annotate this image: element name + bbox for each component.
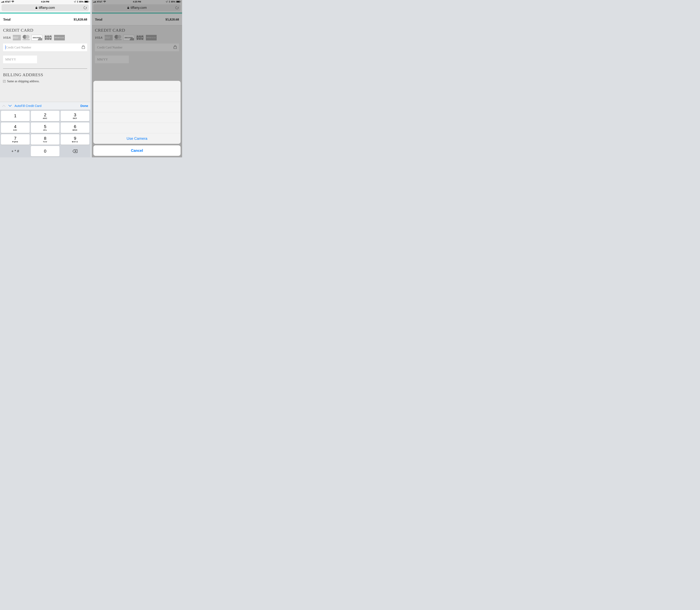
amex-logo: AMERICAN EXPRESS: [13, 35, 21, 41]
credit-card-section: CREDIT CARD VISA AMERICAN EXPRESS master…: [92, 25, 182, 68]
autofill-credit-card-button[interactable]: AutoFill Credit Card: [15, 104, 42, 108]
reload-icon[interactable]: [175, 6, 179, 10]
key-6[interactable]: 6MNO: [61, 123, 89, 133]
status-bar: AT&T 4:24 PM 85%: [0, 0, 90, 3]
mastercard-logo: mastercard: [114, 35, 122, 41]
phone-left: AT&T 4:24 PM 85% tiffany.com: [0, 0, 90, 157]
expiry-placeholder: MM/YY: [97, 58, 108, 61]
bluetooth-icon: [77, 1, 78, 3]
key-9[interactable]: 9WXYZ: [61, 134, 89, 145]
brand-accent-bar: [92, 13, 182, 14]
use-camera-button[interactable]: Use Camera: [93, 133, 180, 144]
action-sheet-row-blank[interactable]: [93, 123, 180, 133]
text-caret: [5, 45, 5, 49]
checkbox-checked-icon[interactable]: ✓: [3, 80, 5, 82]
url-domain: tiffany.com: [130, 6, 147, 10]
safari-url-bar: tiffany.com: [0, 3, 90, 13]
webpage: Total $5,828.68 CREDIT CARD VISA AMERICA…: [0, 13, 90, 102]
reload-icon[interactable]: [83, 6, 87, 10]
credit-card-heading: CREDIT CARD: [3, 28, 87, 33]
tiffany-card-logo: TIFFANY & CO.: [146, 35, 157, 41]
expiry-placeholder: MM/YY: [5, 58, 16, 61]
carrier-label: AT&T: [5, 0, 11, 3]
action-sheet-row-blank[interactable]: [93, 81, 180, 91]
svg-rect-0: [36, 7, 37, 9]
key-5[interactable]: 5JKL: [31, 123, 60, 133]
same-as-shipping-row[interactable]: ✓ Same as shipping address.: [0, 79, 90, 86]
keyboard-accessory-bar: AutoFill Credit Card Done: [0, 102, 90, 110]
battery-percent: 85%: [79, 0, 83, 3]
prev-field-button: [2, 105, 5, 107]
lock-icon: [127, 6, 129, 9]
visa-logo: VISA: [95, 35, 103, 41]
key-8[interactable]: 8TUV: [31, 134, 60, 145]
action-sheet-row-blank[interactable]: [93, 91, 180, 102]
carrier-label: AT&T: [97, 0, 102, 3]
expiry-input[interactable]: MM/YY: [95, 55, 129, 63]
total-value: $5,828.68: [74, 17, 87, 21]
card-number-input[interactable]: Credit Card Number: [95, 44, 179, 51]
mastercard-logo: mastercard: [23, 35, 30, 41]
total-label: Total: [3, 17, 11, 21]
card-number-placeholder: Credit Card Number: [6, 46, 31, 49]
amex-logo: AMERICAN EXPRESS: [105, 35, 113, 41]
total-label: Total: [95, 17, 102, 21]
accepted-card-logos: VISA AMERICAN EXPRESS mastercard DISCOVE…: [95, 35, 179, 41]
key-7[interactable]: 7PQRS: [1, 134, 30, 145]
phone-right: AT&T 4:25 PM 85% tiffany.com: [92, 0, 182, 157]
status-bar: AT&T 4:25 PM 85%: [92, 0, 182, 3]
lock-icon: [82, 45, 85, 50]
svg-rect-3: [174, 47, 177, 49]
credit-card-heading: CREDIT CARD: [95, 28, 179, 33]
url-field[interactable]: tiffany.com: [93, 4, 180, 11]
lock-icon: [173, 45, 177, 50]
key-3[interactable]: 3DEF: [61, 111, 89, 121]
battery-icon: [84, 1, 89, 3]
lock-icon: [35, 6, 37, 9]
total-value: $5,828.68: [165, 17, 179, 21]
done-button[interactable]: Done: [80, 104, 88, 108]
battery-icon: [176, 1, 181, 3]
jcb-logo: JCB: [44, 35, 52, 41]
svg-rect-2: [127, 7, 129, 9]
jcb-logo: JCB: [136, 35, 144, 41]
key-1[interactable]: 1: [1, 111, 30, 121]
url-field[interactable]: tiffany.com: [2, 4, 89, 11]
discover-logo: DISCOVER: [31, 35, 42, 41]
order-total-row: Total $5,828.68: [92, 14, 182, 25]
battery-percent: 85%: [171, 0, 175, 3]
accepted-card-logos: VISA AMERICAN EXPRESS mastercard DISCOVE…: [3, 35, 87, 41]
visa-logo: VISA: [3, 35, 11, 41]
order-total-row: Total $5,828.68: [0, 14, 90, 25]
wifi-icon: [12, 1, 14, 3]
key-2[interactable]: 2ABC: [31, 111, 60, 121]
card-number-placeholder: Credit Card Number: [97, 46, 122, 49]
location-icon: [166, 1, 168, 3]
cancel-button[interactable]: Cancel: [93, 145, 180, 156]
discover-logo: DISCOVER: [123, 35, 134, 41]
bluetooth-icon: [169, 1, 170, 3]
key-0[interactable]: 0: [31, 146, 60, 157]
action-sheet-group: Use Camera: [93, 81, 180, 144]
brand-accent-bar: [0, 13, 90, 14]
cell-signal-icon: [1, 1, 4, 3]
location-icon: [74, 1, 76, 3]
same-as-shipping-label: Same as shipping address.: [7, 79, 39, 83]
tiffany-card-logo: TIFFANY & CO.: [54, 35, 65, 41]
section-divider: [3, 68, 87, 69]
action-sheet-row-blank[interactable]: [93, 112, 180, 123]
safari-url-bar: tiffany.com: [92, 3, 182, 13]
next-field-button[interactable]: [8, 105, 12, 107]
billing-section: BILLING ADDRESS: [0, 72, 90, 79]
key-backspace[interactable]: [61, 146, 89, 157]
wifi-icon: [103, 1, 106, 3]
key-symbols[interactable]: + * #: [1, 146, 30, 157]
key-4[interactable]: 4GHI: [1, 123, 30, 133]
action-sheet-row-blank[interactable]: [93, 102, 180, 112]
card-number-input[interactable]: Credit Card Number: [3, 44, 87, 51]
expiry-input[interactable]: MM/YY: [3, 55, 37, 63]
svg-rect-1: [82, 47, 85, 49]
numeric-keypad: 1 2ABC 3DEF 4GHI 5JKL 6MNO 7PQRS 8TUV 9W…: [0, 110, 90, 157]
cell-signal-icon: [93, 1, 96, 3]
credit-card-section: CREDIT CARD VISA AMERICAN EXPRESS master…: [0, 25, 90, 68]
